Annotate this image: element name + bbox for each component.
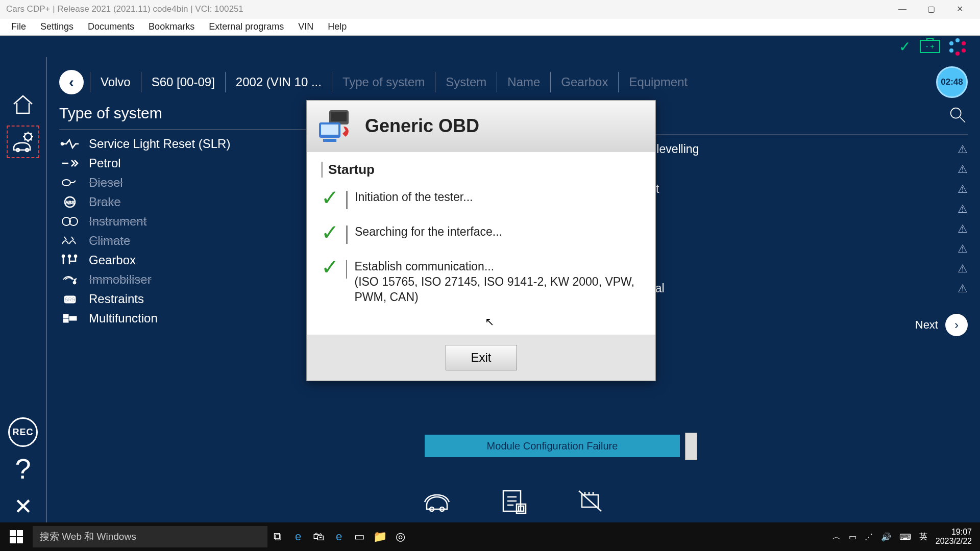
window-title: Cars CDP+ | Release 2021 (2021.11) code4… bbox=[6, 4, 243, 14]
svg-rect-31 bbox=[10, 537, 16, 543]
search-button[interactable] bbox=[947, 105, 968, 127]
battery-icon: - + bbox=[920, 40, 940, 53]
menu-file[interactable]: File bbox=[4, 18, 33, 35]
svg-point-4 bbox=[62, 180, 70, 186]
warning-icon: ⚠ bbox=[958, 183, 968, 196]
menu-help[interactable]: Help bbox=[321, 18, 354, 35]
svg-text:SRS: SRS bbox=[65, 297, 76, 303]
system-icon bbox=[59, 272, 81, 287]
session-timer: 02:48 bbox=[936, 66, 968, 98]
svg-point-18 bbox=[951, 108, 961, 118]
svg-rect-32 bbox=[17, 537, 23, 543]
dialog-subtitle: Startup bbox=[321, 162, 641, 178]
home-button[interactable] bbox=[7, 88, 39, 120]
activity-spinner-icon bbox=[949, 38, 966, 55]
crumb-make[interactable]: Volvo bbox=[96, 75, 135, 89]
svg-text:ABS: ABS bbox=[65, 200, 75, 205]
menu-settings[interactable]: Settings bbox=[33, 18, 81, 35]
menu-external-programs[interactable]: External programs bbox=[202, 18, 291, 35]
minimize-button[interactable]: — bbox=[888, 0, 917, 18]
help-button[interactable]: ? bbox=[7, 452, 39, 485]
svg-rect-28 bbox=[323, 139, 336, 142]
tray-volume-icon[interactable]: 🔊 bbox=[881, 532, 891, 542]
search-icon bbox=[947, 105, 968, 125]
diagnostic-scanner-icon bbox=[316, 108, 356, 144]
maximize-button[interactable]: ▢ bbox=[917, 0, 945, 18]
tray-ime[interactable]: 英 bbox=[919, 532, 927, 542]
left-iconbar: REC ? ✕ bbox=[0, 57, 47, 522]
warning-icon: ⚠ bbox=[958, 222, 968, 236]
windows-icon bbox=[10, 530, 23, 543]
crumb-type[interactable]: Type of system bbox=[338, 75, 429, 89]
svg-rect-17 bbox=[69, 316, 77, 320]
bottom-action-bar bbox=[422, 487, 605, 517]
taskbar-app1-icon[interactable]: ▭ bbox=[349, 527, 370, 547]
disconnect-button[interactable] bbox=[575, 487, 605, 517]
save-report-button[interactable] bbox=[498, 487, 529, 517]
svg-rect-29 bbox=[10, 530, 16, 536]
system-label: Multifunction bbox=[89, 311, 158, 325]
system-icon bbox=[59, 156, 81, 171]
start-button[interactable] bbox=[0, 522, 33, 551]
car-gear-icon bbox=[11, 130, 35, 154]
system-label: Immobiliser bbox=[89, 272, 152, 287]
warning-icon: ⚠ bbox=[958, 242, 968, 256]
system-label: Brake bbox=[89, 195, 121, 209]
menu-bookmarks[interactable]: Bookmarks bbox=[141, 18, 202, 35]
vehicle-diagnostics-button[interactable] bbox=[7, 126, 39, 158]
scrollbar[interactable] bbox=[685, 433, 697, 460]
menu-documents[interactable]: Documents bbox=[81, 18, 141, 35]
back-button[interactable]: ‹ bbox=[59, 70, 84, 94]
search-placeholder: 搜索 Web 和 Windows bbox=[40, 530, 136, 543]
crumb-gearbox[interactable]: Gearbox bbox=[557, 75, 612, 89]
record-button[interactable]: REC bbox=[8, 417, 38, 447]
exit-button[interactable]: Exit bbox=[446, 345, 517, 370]
system-label: Climate bbox=[89, 234, 130, 248]
svg-rect-15 bbox=[63, 314, 68, 318]
startup-step: ✓Searching for the interface... bbox=[321, 224, 641, 244]
close-button[interactable]: ✕ bbox=[7, 490, 39, 522]
module-config-failure-item[interactable]: Module Configuration Failure bbox=[425, 435, 680, 457]
crumb-system[interactable]: System bbox=[442, 75, 491, 89]
svg-point-3 bbox=[61, 142, 64, 145]
taskbar-ie-icon[interactable]: e bbox=[329, 527, 349, 547]
crumb-year[interactable]: 2002 (VIN 10 ... bbox=[232, 75, 326, 89]
tray-battery-icon[interactable]: ▭ bbox=[849, 532, 856, 542]
system-icon bbox=[59, 233, 81, 248]
system-icon: SRS bbox=[59, 291, 81, 307]
system-label: Restraints bbox=[89, 292, 144, 306]
taskbar-explorer-icon[interactable]: 📁 bbox=[370, 527, 390, 547]
warning-icon: ⚠ bbox=[958, 262, 968, 276]
system-icon bbox=[59, 253, 81, 268]
next-button[interactable]: › bbox=[945, 314, 968, 336]
home-icon bbox=[11, 92, 35, 116]
crumb-name[interactable]: Name bbox=[503, 75, 544, 89]
tray-clock[interactable]: 19:07 2023/2/22 bbox=[936, 528, 972, 546]
startup-step: ✓Establish communication...(ISO 15765, I… bbox=[321, 259, 641, 305]
close-window-button[interactable]: ✕ bbox=[945, 0, 974, 18]
step-text: Searching for the interface... bbox=[355, 224, 502, 240]
status-check-icon: ✓ bbox=[899, 38, 911, 55]
system-label: Instrument bbox=[89, 214, 146, 229]
task-view-button[interactable]: ⧉ bbox=[267, 527, 288, 547]
system-label: Petrol bbox=[89, 156, 121, 170]
startup-step: ✓Initiation of the tester... bbox=[321, 190, 641, 209]
menu-vin[interactable]: VIN bbox=[291, 18, 321, 35]
system-label: Service Light Reset (SLR) bbox=[89, 137, 230, 151]
taskbar-search[interactable]: 搜索 Web 和 Windows bbox=[33, 526, 267, 547]
crumb-model[interactable]: S60 [00-09] bbox=[148, 75, 219, 89]
tray-chevron-icon[interactable]: ︿ bbox=[832, 532, 841, 542]
status-strip: ✓ - + bbox=[0, 36, 980, 57]
crumb-equipment[interactable]: Equipment bbox=[625, 75, 692, 89]
breadcrumb: ‹ Volvo S60 [00-09] 2002 (VIN 10 ... Typ… bbox=[59, 63, 968, 101]
dialog-title: Generic OBD bbox=[365, 115, 479, 137]
taskbar-cdp-icon[interactable]: ◎ bbox=[390, 527, 410, 547]
svg-rect-30 bbox=[17, 530, 23, 536]
taskbar-store-icon[interactable]: 🛍 bbox=[308, 527, 329, 547]
tray-wifi-icon[interactable]: ⋰ bbox=[865, 532, 873, 542]
step-text: Establish communication...(ISO 15765, IS… bbox=[354, 259, 641, 305]
tray-keyboard-icon[interactable]: ⌨ bbox=[899, 532, 911, 542]
system-icon: ABS bbox=[59, 194, 81, 210]
scan-vehicle-button[interactable] bbox=[422, 487, 452, 517]
taskbar-edge-icon[interactable]: e bbox=[288, 527, 308, 547]
